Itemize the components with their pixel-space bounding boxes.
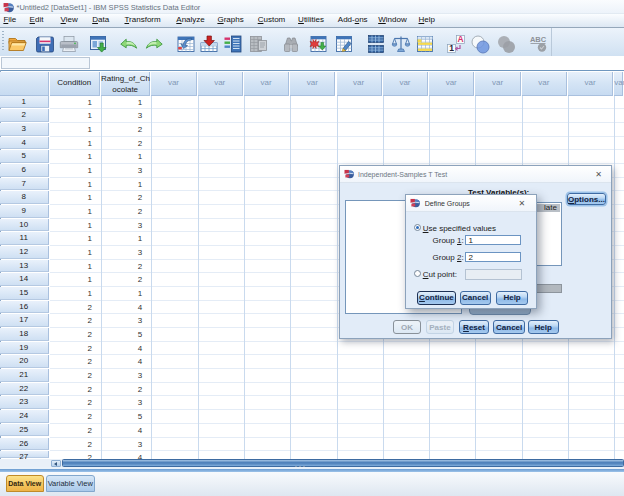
svg-text:A: A: [457, 34, 463, 44]
svg-text:ABC: ABC: [530, 35, 547, 44]
svg-text:1: 1: [449, 43, 454, 53]
